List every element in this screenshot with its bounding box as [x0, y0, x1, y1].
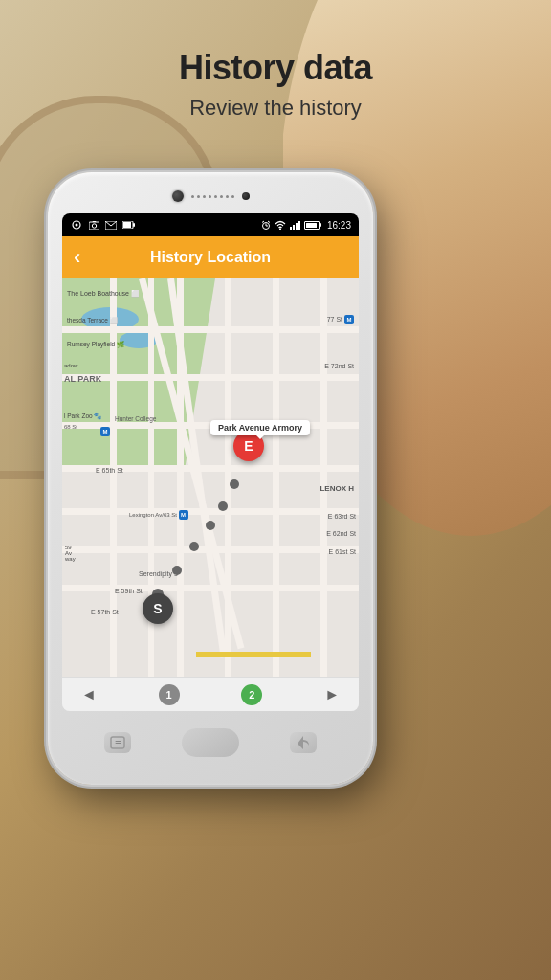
start-marker: S — [143, 593, 173, 624]
phone-device: 16:23 ‹ History Location — [48, 172, 373, 785]
zoo-label: l Park Zoo 🐾 — [64, 412, 101, 420]
svg-text:☰: ☰ — [114, 740, 121, 748]
battery-full-icon — [304, 221, 321, 230]
svg-line-13 — [268, 221, 270, 223]
speaker-dots — [191, 195, 234, 198]
yellow-road — [196, 652, 311, 657]
svg-marker-3 — [92, 221, 96, 222]
back-button[interactable]: ‹ — [74, 245, 102, 270]
street-68-label: 68 St — [64, 424, 77, 430]
speaker-dot-1 — [191, 195, 194, 198]
camera-dot — [172, 190, 184, 202]
svg-rect-2 — [89, 222, 99, 230]
front-camera — [242, 192, 250, 200]
lex-63-label: Lexington Av/63 St M — [129, 510, 188, 520]
e57-label: E 57th St — [91, 609, 119, 615]
svg-rect-8 — [133, 223, 135, 227]
street-63 — [62, 508, 359, 515]
nav-title: History Location — [102, 249, 319, 266]
photo-status-icon — [87, 218, 100, 232]
svg-point-14 — [279, 229, 281, 231]
svg-line-12 — [262, 221, 264, 223]
street-1st — [320, 278, 327, 677]
street-5th — [110, 278, 117, 677]
location-tooltip: Park Avenue Armory — [210, 420, 310, 435]
bethesda-label: thesda Terrace ⬜ — [67, 317, 118, 324]
status-icons-right: 16:23 — [261, 220, 351, 231]
street-65-label: E 65th St — [96, 467, 123, 474]
status-time: 16:23 — [327, 220, 351, 231]
speaker-dot-6 — [220, 195, 223, 198]
mail-status-icon — [104, 218, 118, 232]
page-title: History data — [0, 48, 551, 88]
page-1-badge[interactable]: 1 — [159, 684, 180, 705]
hw-home-button[interactable] — [182, 728, 239, 757]
speaker-dot-4 — [209, 195, 211, 198]
gps-status-icon — [70, 218, 83, 232]
signal-bars-icon — [290, 221, 300, 230]
street-77 — [62, 326, 359, 333]
speaker-dot-3 — [203, 195, 206, 198]
phone-hw-buttons: ☰ — [59, 711, 362, 768]
phone-top-decor — [59, 187, 362, 206]
e61-label: E 61st St — [329, 548, 356, 555]
phone-screen: 16:23 ‹ History Location — [62, 213, 359, 711]
hw-back-button[interactable]: ☰ — [104, 732, 131, 753]
map-view[interactable]: The Loeb Boathouse ⬜ thesda Terrace ⬜ Ru… — [62, 278, 359, 677]
59-st-label: 59Avway — [65, 545, 76, 562]
lenox-label: LENOX H — [320, 484, 354, 493]
phone-shell: 16:23 ‹ History Location — [48, 172, 373, 785]
svg-point-4 — [92, 223, 96, 227]
speaker-dot-5 — [214, 195, 217, 198]
speaker-dot-2 — [197, 195, 200, 198]
street-college-label: M — [100, 427, 110, 436]
screen-bottom-nav: ◄ 1 2 ► — [62, 677, 359, 711]
app-nav-bar: ‹ History Location — [62, 236, 359, 278]
route-dot-6 — [230, 479, 239, 489]
park-label: AL PARK — [64, 374, 101, 384]
prev-button[interactable]: ◄ — [81, 686, 97, 703]
speaker-dot-7 — [226, 195, 229, 198]
battery-status-icon — [121, 218, 135, 232]
speaker-dot-8 — [231, 195, 234, 198]
wifi-status-icon — [275, 220, 286, 230]
e63-label: E 63rd St — [328, 513, 356, 520]
route-dot-2 — [172, 566, 182, 575]
meadow-label: adow — [64, 363, 77, 368]
header-section: History data Review the history — [0, 48, 551, 121]
route-dot-3 — [189, 542, 199, 551]
page-subtitle: Review the history — [0, 96, 551, 121]
svg-rect-7 — [123, 222, 131, 228]
svg-point-1 — [76, 224, 78, 227]
street-72-label: E 72nd St — [324, 363, 354, 369]
next-button[interactable]: ► — [324, 686, 340, 703]
e59-label: E 59th St — [115, 588, 143, 594]
boathouse-label: The Loeb Boathouse ⬜ — [67, 290, 140, 298]
route-dot-4 — [206, 521, 215, 530]
street-2nd — [273, 278, 279, 677]
street-72 — [62, 374, 359, 381]
street-77-label: 77 St M — [327, 315, 354, 324]
alarm-status-icon — [261, 220, 271, 230]
rumsey-label: Rumsey Playfield 🌿 — [67, 341, 124, 348]
page-2-badge[interactable]: 2 — [241, 684, 262, 705]
status-bar: 16:23 — [62, 213, 359, 236]
status-icons-left — [70, 218, 135, 232]
hunter-label: Hunter College — [115, 415, 156, 422]
e62-label: E 62nd St — [326, 530, 356, 537]
hw-recent-button[interactable] — [290, 732, 317, 753]
route-dot-5 — [218, 501, 228, 511]
